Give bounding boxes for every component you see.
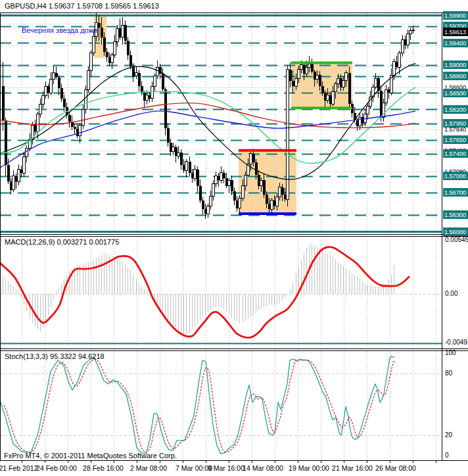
- price-level-badge: 1.58500: [443, 89, 468, 97]
- macd-indicator-label: MACD(12,26,9) 0.003271 0.001775: [5, 238, 119, 246]
- time-axis-label: 26 Mar 08:00: [375, 464, 416, 472]
- price-level-badge: 1.57400: [443, 149, 468, 158]
- ma-blue: [0, 111, 415, 168]
- time-axis-label: 9 Mar 16:00: [208, 464, 245, 472]
- stoch-axis-100-label: 100: [445, 349, 456, 356]
- ma-black: [0, 63, 415, 179]
- macd-axis-max-label: 0.00545: [445, 236, 468, 243]
- price-level-badge: 1.56000: [443, 227, 468, 236]
- current-price-badge: 1.59613: [443, 28, 468, 36]
- price-level-badge: 1.56300: [443, 210, 468, 219]
- time-axis-label: 2 Mar 08:00: [130, 464, 167, 472]
- time-axis-label: 14 Mar 08:00: [243, 464, 283, 472]
- ma-green: [0, 87, 415, 164]
- main-panel: [0, 12, 442, 234]
- price-level-badge: 1.57950: [443, 119, 468, 128]
- chart-title: GBPUSD,H4 1.59637 1.59708 1.59565 1.5961…: [5, 2, 159, 10]
- price-level-badge: 1.57650: [443, 135, 468, 144]
- stoch-k-line: [0, 356, 394, 454]
- price-level-badge: 1.59400: [443, 39, 468, 47]
- price-level-badge: 1.57000: [443, 172, 468, 180]
- price-level-badge: 1.58800: [443, 72, 468, 80]
- macd-axis-zero-label: 0.00: [445, 290, 457, 297]
- stoch-indicator-label: Stoch(13,3,3) 95.3322 94.6218: [5, 352, 105, 360]
- copyright-text: FxPro MT4, © 2001-2011 MetaQuotes Softwa…: [4, 452, 177, 460]
- price-level-badge: 1.59000: [443, 60, 468, 69]
- macd-axis-min-label: -0.00493: [445, 339, 468, 346]
- stoch-axis-80-label: 80: [445, 369, 452, 377]
- stoch-axis-20-label: 20: [445, 431, 452, 439]
- mt4-chart-window: GBPUSD,H4 1.59637 1.59708 1.59565 1.5961…: [0, 0, 468, 476]
- time-axis-label: 7 Mar 00:00: [176, 464, 212, 472]
- price-level-badge: 1.56700: [443, 188, 468, 197]
- time-axis-label: 28 Feb 16:00: [83, 464, 124, 472]
- stoch-axis-0-label: 0: [445, 452, 449, 459]
- stoch-panel: [0, 351, 442, 460]
- price-level-badge: 1.59900: [443, 11, 468, 20]
- time-axis-label: 19 Mar 00:00: [289, 464, 329, 472]
- price-level-badge: 1.58200: [443, 105, 468, 114]
- time-axis-label: 21 Mar 16:00: [332, 464, 373, 472]
- time-axis-label: 24 Feb 00:00: [36, 464, 77, 472]
- macd-panel: [0, 237, 442, 348]
- stoch-d-line: [4, 359, 394, 452]
- time-axis-label: 21 Feb 2012: [0, 464, 37, 472]
- evening-star-doji-annotation: Вечерняя звезда дожи: [22, 26, 97, 34]
